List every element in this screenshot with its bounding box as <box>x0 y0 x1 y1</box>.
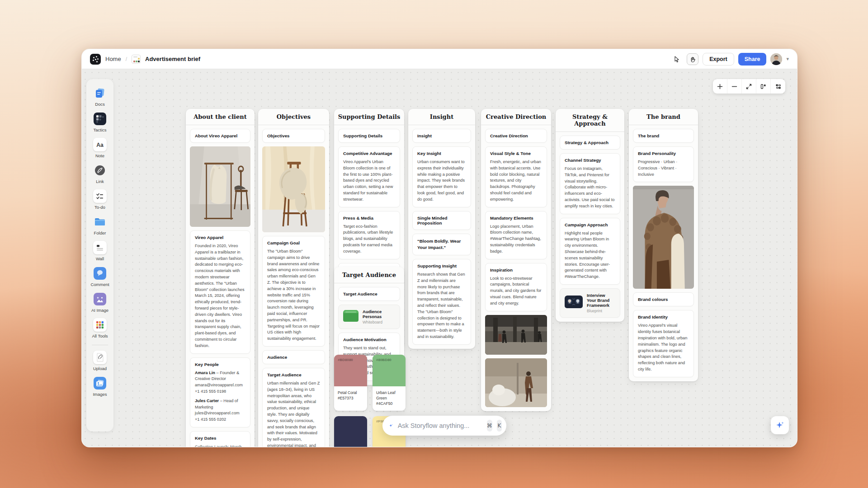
text-card[interactable]: Campaign GoalThe "Urban Bloom" campaign … <box>262 236 325 347</box>
avatar[interactable] <box>770 53 782 65</box>
section-header-card[interactable]: Target Audience <box>338 287 400 301</box>
text-card[interactable]: Key InsightUrban consumers want to expre… <box>412 146 471 207</box>
cursor-icon[interactable] <box>671 53 683 65</box>
board-card-title: Supporting Details <box>334 109 404 125</box>
sidebar-item-link[interactable]: Link <box>86 162 113 187</box>
board-card-the-brand[interactable]: The brandThe brandBrand PersonalityProgr… <box>629 109 698 381</box>
text-card[interactable]: Vireo ApparelFounded in 2020, Vireo Appa… <box>190 230 250 354</box>
text-card[interactable]: Press & MediaTarget eco-fashion publicat… <box>338 211 400 259</box>
section-heading: Key Insight <box>417 151 466 156</box>
board-card-strategy-approach[interactable]: Strategy & ApproachStrategy & ApproachCh… <box>556 109 624 322</box>
page-title: Advertisement brief <box>145 56 200 62</box>
section-header-card[interactable]: Supporting Details <box>338 129 400 143</box>
sidebar-item-comment[interactable]: Comment <box>86 265 113 290</box>
section-header-card[interactable]: About Vireo Apparel <box>190 129 250 143</box>
photo-street1[interactable] <box>485 315 547 355</box>
photo-rack[interactable] <box>190 146 250 227</box>
section-header-card[interactable]: Audience <box>262 350 325 364</box>
ai-assistant-button[interactable] <box>771 416 789 434</box>
hand-icon[interactable] <box>687 53 698 65</box>
section-heading: Press & Media <box>343 216 395 221</box>
section-heading: Audience <box>267 355 320 360</box>
sidebar-divider <box>92 345 108 345</box>
text-card[interactable]: Target AudienceUrban millennials and Gen… <box>262 368 325 447</box>
section-body: Founded in 2020, Vireo Apparel is a trai… <box>195 243 245 349</box>
photo-model[interactable] <box>633 186 694 289</box>
sidebar-item-label: Tactics <box>93 127 106 132</box>
sidebar-item-upload[interactable]: Upload <box>86 349 113 374</box>
quote-text: "Bloom Boldly. Wear Your Impact." <box>417 238 466 251</box>
section-heading: Campaign Goal <box>267 240 320 245</box>
sidebar-item-to-do[interactable]: To-do <box>86 188 113 212</box>
fit-screen-icon[interactable] <box>742 79 756 94</box>
text-card[interactable]: Supporting InsightResearch shows that Ge… <box>412 259 471 345</box>
section-heading: Campaign Approach <box>565 222 615 227</box>
section-heading: Key Dates <box>195 436 245 441</box>
zoom-in-icon[interactable] <box>713 79 727 94</box>
app-window: Home / Advertisement brief Export Share <box>81 49 797 447</box>
section-header-card[interactable]: Creative Direction <box>485 129 547 143</box>
color-swatch[interactable]: #80BD80Urban Leaf Green #4CAF50 <box>373 355 406 411</box>
sidebar-item-wall[interactable]: Wall <box>86 239 113 264</box>
linked-item-card[interactable]: Audience PersonasWhiteboard <box>338 305 400 329</box>
color-swatch[interactable]: City Charcoal #232323 <box>334 416 367 447</box>
section-body: Fresh, energetic, and urban with botanic… <box>490 159 542 203</box>
sidebar-item-ai-image[interactable]: AI Image <box>86 291 113 315</box>
section-header-card[interactable]: Objectives <box>262 129 325 143</box>
section-body: Progressive · Urban · Conscious · Vibran… <box>638 159 689 178</box>
ask-ai-bar[interactable]: ⌘ K <box>382 416 506 436</box>
linked-item-card[interactable]: Interview Your Brand FrameworkBlueprint <box>560 288 620 318</box>
section-heading: Vireo Apparel <box>195 235 245 240</box>
board-card-objectives[interactable]: ObjectivesObjectivesCampaign GoalThe "Ur… <box>258 109 329 447</box>
text-card[interactable]: Campaign ApproachHighlight real people w… <box>560 218 620 285</box>
sidebar-item-tactics[interactable]: Tactics <box>86 110 113 135</box>
section-heading: Supporting Insight <box>417 263 466 268</box>
quote-card[interactable]: "Bloom Boldly. Wear Your Impact." <box>412 234 471 255</box>
blueprint-thumb-icon <box>565 296 583 310</box>
text-card[interactable]: Key DatesCollection Launch: March 15, 20… <box>190 431 250 447</box>
app-logo-icon[interactable] <box>90 54 101 65</box>
sidebar-item-docs[interactable]: Docs <box>86 84 113 109</box>
color-swatch[interactable]: #BD8080Petal Coral #E57373 <box>334 355 367 411</box>
board-card-creative-direction[interactable]: Creative DirectionCreative DirectionVisu… <box>481 109 551 411</box>
zoom-out-icon[interactable] <box>727 79 742 94</box>
board-card-title: Creative Direction <box>481 109 551 125</box>
breadcrumb-home[interactable]: Home <box>105 56 121 62</box>
text-card[interactable]: InspirationLook to eco-streetwear campai… <box>485 263 547 311</box>
ask-input[interactable] <box>398 422 482 429</box>
text-card[interactable]: Mandatory ElementsLogo placement, Urban … <box>485 211 547 259</box>
sparkle-icon <box>775 420 785 430</box>
share-button[interactable]: Share <box>738 53 767 66</box>
contact-block: Jules Carter – Head of Marketingjules@vi… <box>195 398 245 423</box>
sidebar-item-all-tools[interactable]: All Tools <box>86 316 113 341</box>
chevron-down-icon[interactable]: ▾ <box>786 56 789 62</box>
sidebar-item-images[interactable]: Images <box>86 375 113 399</box>
section-heading: Visual Style & Tone <box>490 151 542 156</box>
section-header-card[interactable]: Insight <box>412 129 471 143</box>
section-header-card[interactable]: Brand colours <box>633 292 694 306</box>
layout-view-icon[interactable] <box>771 79 785 94</box>
text-card[interactable]: Visual Style & ToneFresh, energetic, and… <box>485 146 547 207</box>
section-header-card[interactable]: Strategy & Approach <box>560 136 620 150</box>
photo-chair[interactable] <box>262 146 325 232</box>
text-card[interactable]: Key PeopleAmara Lin – Founder & Creative… <box>190 357 250 427</box>
linked-item-subtitle: Whiteboard <box>363 320 395 324</box>
photo-street2[interactable] <box>485 358 547 407</box>
sidebar-item-label: Comment <box>90 282 109 287</box>
sidebar-item-folder[interactable]: Folder <box>86 213 113 238</box>
section-header-card[interactable]: Single Minded Proposition <box>412 211 471 230</box>
text-card[interactable]: Competitive AdvantageVireo Apparel's Urb… <box>338 146 400 207</box>
whiteboard-canvas[interactable]: About the clientAbout Vireo ApparelVireo… <box>82 69 797 447</box>
section-body: Vireo Apparel's visual identity fuses bo… <box>638 323 689 372</box>
text-card[interactable]: Brand IdentityVireo Apparel's visual ide… <box>633 310 694 377</box>
folder-icon <box>93 215 107 229</box>
section-header-card[interactable]: The brand <box>633 129 694 143</box>
board-card-about-client[interactable]: About the clientAbout Vireo ApparelVireo… <box>186 109 255 447</box>
text-card[interactable]: Channel StrategyFocus on Instagram, TikT… <box>560 153 620 214</box>
sidebar-item-label: Images <box>93 392 107 397</box>
board-card-insight[interactable]: InsightInsightKey InsightUrban consumers… <box>408 109 475 349</box>
text-card[interactable]: Brand PersonalityProgressive · Urban · C… <box>633 146 694 182</box>
export-button[interactable]: Export <box>703 53 734 66</box>
sidebar-item-note[interactable]: AaNote <box>86 136 113 161</box>
board-view-icon[interactable] <box>756 79 771 94</box>
